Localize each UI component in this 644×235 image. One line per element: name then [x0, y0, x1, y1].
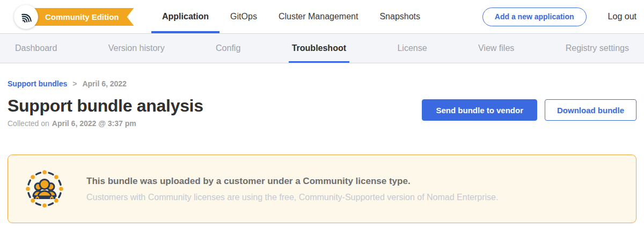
- banner-text: This bundle was uploaded by a customer u…: [86, 176, 498, 202]
- subnav-item-dashboard[interactable]: Dashboard: [12, 34, 60, 63]
- collected-prefix: Collected on: [8, 119, 49, 128]
- primary-nav: Application GitOps Cluster Management Sn…: [151, 0, 431, 33]
- tab-application[interactable]: Application: [151, 0, 219, 33]
- community-license-banner: This bundle was uploaded by a customer u…: [8, 155, 636, 223]
- breadcrumb-separator: >: [72, 79, 77, 88]
- tab-cluster-management[interactable]: Cluster Management: [268, 0, 369, 33]
- breadcrumb: Support bundles > April 6, 2022: [8, 79, 636, 88]
- banner-subtitle: Customers with Community licenses are us…: [86, 193, 498, 202]
- brand: Community Edition: [0, 0, 135, 33]
- subnav-item-config[interactable]: Config: [213, 34, 244, 63]
- title-row: Support bundle analysis Collected on Apr…: [8, 97, 636, 128]
- replicated-logo-icon[interactable]: [14, 5, 38, 29]
- topbar-right: Add a new application Log out: [482, 0, 636, 33]
- community-people-icon: [23, 167, 66, 210]
- bundle-actions: Send bundle to vendor Download bundle: [422, 99, 636, 121]
- tab-snapshots[interactable]: Snapshots: [369, 0, 431, 33]
- community-edition-badge: Community Edition: [26, 8, 134, 26]
- app-sub-nav: Dashboard Version history Config Trouble…: [0, 34, 644, 63]
- subnav-item-view-files[interactable]: View files: [475, 34, 517, 63]
- tab-gitops[interactable]: GitOps: [219, 0, 268, 33]
- breadcrumb-support-bundles-link[interactable]: Support bundles: [8, 79, 67, 88]
- collected-timestamp: Collected on April 6, 2022 @ 3:37 pm: [8, 119, 203, 128]
- download-bundle-button[interactable]: Download bundle: [545, 99, 636, 121]
- subnav-item-license[interactable]: License: [394, 34, 430, 63]
- subnav-item-registry-settings[interactable]: Registry settings: [562, 34, 632, 63]
- main-content: Support bundles > April 6, 2022 Support …: [0, 63, 644, 223]
- title-block: Support bundle analysis Collected on Apr…: [8, 97, 203, 128]
- breadcrumb-current: April 6, 2022: [82, 79, 127, 88]
- community-edition-label: Community Edition: [45, 12, 119, 21]
- top-nav-bar: Community Edition Application GitOps Clu…: [0, 0, 644, 34]
- banner-title: This bundle was uploaded by a customer u…: [86, 176, 498, 187]
- subnav-item-troubleshoot[interactable]: Troubleshoot: [289, 34, 349, 63]
- send-bundle-to-vendor-button[interactable]: Send bundle to vendor: [422, 99, 537, 121]
- collected-date: April 6, 2022 @ 3:37 pm: [52, 119, 136, 128]
- subnav-item-version-history[interactable]: Version history: [105, 34, 168, 63]
- page-title: Support bundle analysis: [8, 97, 203, 115]
- add-application-button[interactable]: Add a new application: [482, 8, 587, 26]
- logout-link[interactable]: Log out: [608, 12, 636, 21]
